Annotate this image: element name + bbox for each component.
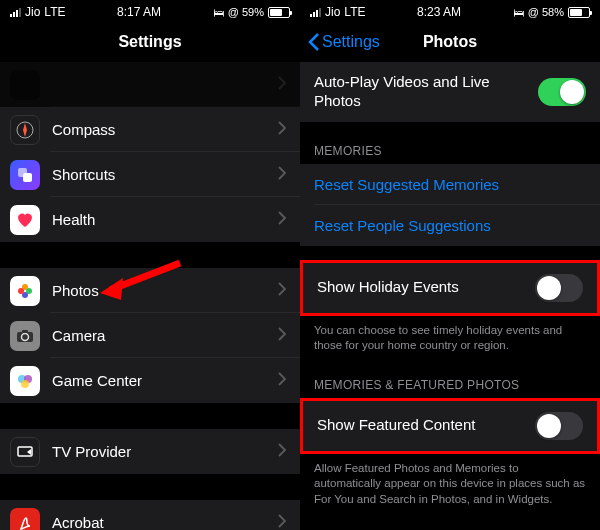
- list-item-gamecenter[interactable]: Game Center: [0, 358, 300, 403]
- navbar: Settings Photos: [300, 22, 600, 62]
- holiday-label: Show Holiday Events: [317, 278, 535, 297]
- carrier: Jio: [325, 5, 340, 19]
- network: LTE: [44, 5, 65, 19]
- battery-pct: @ 59%: [228, 6, 264, 18]
- featured-label: Show Featured Content: [317, 416, 535, 435]
- chevron-right-icon: [278, 443, 286, 461]
- photos-icon: [10, 276, 40, 306]
- bed-icon: 🛏: [513, 6, 524, 18]
- reset-people-button[interactable]: Reset People Suggestions: [300, 205, 600, 246]
- chevron-right-icon: [278, 514, 286, 531]
- reset-memories-button[interactable]: Reset Suggested Memories: [300, 164, 600, 205]
- settings-list[interactable]: Compass Shortcuts Health Photos Camera: [0, 62, 300, 530]
- battery-icon: [268, 7, 290, 18]
- list-item-camera[interactable]: Camera: [0, 313, 300, 358]
- signal-icon: [10, 8, 21, 17]
- featured-toggle-row[interactable]: Show Featured Content: [300, 398, 600, 454]
- status-bar: Jio LTE 8:17 AM 🛏 @ 59%: [0, 0, 300, 22]
- chevron-right-icon: [278, 282, 286, 300]
- holiday-footer: You can choose to see timely holiday eve…: [300, 316, 600, 366]
- navbar: Settings: [0, 22, 300, 62]
- bed-icon: 🛏: [213, 6, 224, 18]
- list-item[interactable]: [0, 62, 300, 107]
- section-memories: MEMORIES: [300, 122, 600, 164]
- tvprovider-icon: [10, 437, 40, 467]
- chevron-right-icon: [278, 166, 286, 184]
- clock: 8:17 AM: [117, 5, 161, 19]
- settings-screen: Jio LTE 8:17 AM 🛏 @ 59% Settings Compass…: [0, 0, 300, 530]
- featured-footer: Allow Featured Photos and Memories to au…: [300, 454, 600, 520]
- gamecenter-icon: [10, 366, 40, 396]
- holiday-switch[interactable]: [535, 274, 583, 302]
- battery-icon: [568, 7, 590, 18]
- camera-icon: [10, 321, 40, 351]
- chevron-right-icon: [278, 76, 286, 94]
- list-item-acrobat[interactable]: Acrobat: [0, 500, 300, 530]
- photos-settings-screen: Jio LTE 8:23 AM 🛏 @ 58% Settings Photos …: [300, 0, 600, 530]
- featured-switch[interactable]: [535, 412, 583, 440]
- network: LTE: [344, 5, 365, 19]
- svg-rect-2: [23, 173, 32, 182]
- clock: 8:23 AM: [417, 5, 461, 19]
- status-bar: Jio LTE 8:23 AM 🛏 @ 58%: [300, 0, 600, 22]
- list-item-compass[interactable]: Compass: [0, 107, 300, 152]
- page-title: Settings: [118, 33, 181, 51]
- section-featured: MEMORIES & FEATURED PHOTOS: [300, 366, 600, 398]
- signal-icon: [310, 8, 321, 17]
- shortcuts-icon: [10, 160, 40, 190]
- carrier: Jio: [25, 5, 40, 19]
- chevron-right-icon: [278, 211, 286, 229]
- list-item-health[interactable]: Health: [0, 197, 300, 242]
- app-icon: [10, 70, 40, 100]
- autoplay-switch[interactable]: [538, 78, 586, 106]
- list-item-photos[interactable]: Photos: [0, 268, 300, 313]
- list-item-shortcuts[interactable]: Shortcuts: [0, 152, 300, 197]
- holiday-toggle-row[interactable]: Show Holiday Events: [300, 260, 600, 316]
- autoplay-toggle-row[interactable]: Auto-Play Videos and Live Photos: [300, 62, 600, 122]
- acrobat-icon: [10, 508, 40, 531]
- list-item-tvprovider[interactable]: TV Provider: [0, 429, 300, 474]
- chevron-right-icon: [278, 327, 286, 345]
- battery-pct: @ 58%: [528, 6, 564, 18]
- chevron-left-icon: [308, 33, 320, 51]
- autoplay-label: Auto-Play Videos and Live Photos: [314, 73, 538, 111]
- svg-point-12: [21, 380, 29, 388]
- compass-icon: [10, 115, 40, 145]
- page-title: Photos: [423, 33, 477, 51]
- svg-rect-9: [22, 330, 28, 333]
- back-button[interactable]: Settings: [308, 33, 380, 51]
- chevron-right-icon: [278, 121, 286, 139]
- chevron-right-icon: [278, 372, 286, 390]
- health-icon: [10, 205, 40, 235]
- svg-point-6: [18, 288, 24, 294]
